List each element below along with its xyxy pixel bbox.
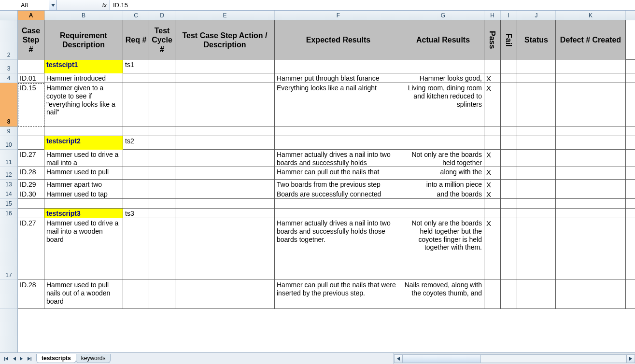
cell[interactable]: ID.27 (18, 218, 44, 280)
cell[interactable] (175, 218, 275, 280)
cell[interactable]: Requirement Description (44, 20, 123, 60)
scroll-left-icon[interactable] (394, 354, 403, 363)
cell[interactable] (556, 126, 626, 136)
formula-input[interactable]: ID.15 (110, 0, 635, 10)
col-header-B[interactable]: B (44, 11, 123, 20)
col-header-A[interactable]: A (18, 11, 44, 20)
cell[interactable] (149, 180, 175, 189)
cell[interactable]: and the boards (402, 189, 484, 199)
col-header-I[interactable]: I (501, 11, 517, 20)
cell[interactable] (517, 83, 556, 126)
cell[interactable] (556, 167, 626, 180)
tab-next-icon[interactable] (18, 355, 25, 362)
cell[interactable]: Hammer actually drives a nail into two b… (275, 218, 402, 280)
cell[interactable]: X (484, 150, 501, 167)
cell[interactable] (517, 73, 556, 83)
cell[interactable] (175, 73, 275, 83)
cell[interactable] (149, 73, 175, 83)
row-header[interactable]: 12 (0, 167, 17, 180)
cell[interactable] (175, 189, 275, 199)
cell[interactable]: X (484, 73, 501, 83)
col-header-H[interactable]: H (484, 11, 501, 20)
cell[interactable]: X (484, 83, 501, 126)
cell[interactable] (175, 167, 275, 180)
cell[interactable] (556, 83, 626, 126)
col-header-F[interactable]: F (275, 11, 402, 20)
hscroll-track[interactable] (403, 354, 626, 363)
cell[interactable] (484, 60, 501, 73)
cell[interactable]: Hammer put through blast furance (275, 73, 402, 83)
cell[interactable]: Hammer used to drive a mail into a (44, 150, 123, 167)
select-all-corner[interactable] (0, 11, 17, 20)
cell[interactable]: Test Cycle # (149, 20, 175, 60)
cell[interactable] (18, 126, 44, 136)
cell[interactable] (484, 126, 501, 136)
cell[interactable]: X (484, 180, 501, 189)
cell[interactable] (501, 199, 517, 209)
cell[interactable] (484, 136, 501, 150)
cell[interactable]: along with the (402, 167, 484, 180)
tab-first-icon[interactable] (3, 355, 10, 362)
cell[interactable] (175, 199, 275, 209)
cell[interactable]: Test Case Step Action / Description (175, 20, 275, 60)
row-header[interactable]: 8 (0, 83, 17, 126)
cell[interactable] (501, 218, 517, 280)
cell[interactable]: ID.30 (18, 189, 44, 199)
cell[interactable]: Defect # Created (556, 20, 626, 60)
cell[interactable]: testscipt1 (44, 60, 123, 73)
cell[interactable] (556, 199, 626, 209)
cell[interactable] (123, 280, 149, 309)
cell[interactable] (123, 126, 149, 136)
fx-button[interactable]: fx (57, 0, 110, 10)
cell[interactable] (44, 126, 123, 136)
cell[interactable] (123, 73, 149, 83)
cell[interactable] (402, 126, 484, 136)
cell[interactable]: X (484, 189, 501, 199)
cell[interactable] (18, 209, 44, 218)
scroll-right-icon[interactable] (626, 354, 635, 363)
cell[interactable] (123, 150, 149, 167)
cell[interactable]: Living room, dining room and kitchen red… (402, 83, 484, 126)
tab-prev-icon[interactable] (11, 355, 17, 362)
col-header-G[interactable]: G (402, 11, 484, 20)
row-header[interactable]: 9 (0, 126, 17, 136)
cell-grid[interactable]: Case Step #Requirement DescriptionReq #T… (18, 20, 635, 309)
tab-last-icon[interactable] (26, 355, 33, 362)
row-header[interactable]: 3 (0, 60, 17, 73)
cell[interactable]: ts2 (123, 136, 149, 150)
cell[interactable]: testscript3 (44, 209, 123, 218)
cell[interactable] (501, 60, 517, 73)
cell[interactable] (556, 136, 626, 150)
cell[interactable] (556, 60, 626, 73)
cell[interactable]: Hammer introduced (44, 73, 123, 83)
cell[interactable] (501, 83, 517, 126)
cell[interactable]: ID.28 (18, 167, 44, 180)
cell[interactable] (175, 280, 275, 309)
cell[interactable]: ts3 (123, 209, 149, 218)
cell[interactable] (501, 189, 517, 199)
cell[interactable] (556, 218, 626, 280)
cell[interactable]: Hammer used to tap (44, 189, 123, 199)
cell[interactable] (149, 167, 175, 180)
cell[interactable] (501, 180, 517, 189)
cell[interactable] (149, 218, 175, 280)
cell[interactable] (556, 189, 626, 199)
cell[interactable] (556, 73, 626, 83)
row-header[interactable]: 15 (0, 199, 17, 209)
cell[interactable] (18, 199, 44, 209)
col-header-E[interactable]: E (175, 11, 275, 20)
cell[interactable]: Hammer actually drives a nail into two b… (275, 150, 402, 167)
cell[interactable]: ts1 (123, 60, 149, 73)
cell[interactable] (149, 83, 175, 126)
cell[interactable] (556, 280, 626, 309)
cell[interactable] (556, 209, 626, 218)
col-header-C[interactable]: C (123, 11, 149, 20)
row-header[interactable]: 10 (0, 136, 17, 150)
cell[interactable] (275, 60, 402, 73)
col-header-K[interactable]: K (556, 11, 626, 20)
cell[interactable]: Actual Results (402, 20, 484, 60)
cell[interactable] (517, 189, 556, 199)
row-header[interactable]: 13 (0, 180, 17, 189)
cell[interactable] (501, 209, 517, 218)
cell[interactable] (501, 136, 517, 150)
